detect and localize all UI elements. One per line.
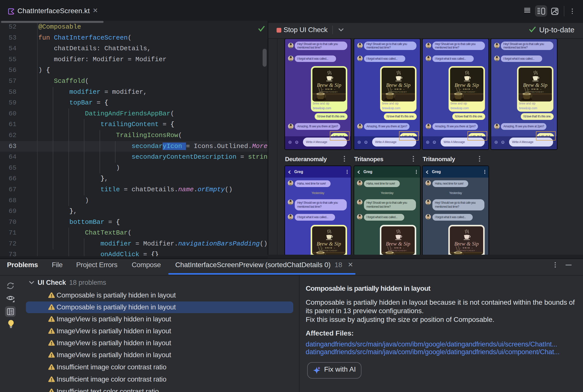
svg-text:– ONID –: – ONID – — [322, 247, 336, 249]
svg-text:· COFFEETCHSIDY ·: · COFFEETCHSIDY · — [456, 250, 477, 252]
svg-text:· COFFEETCHSIDY ·: · COFFEETCHSIDY · — [525, 91, 545, 93]
svg-text:· COFFEETCHSIDY ·: · COFFEETCHSIDY · — [457, 91, 477, 93]
svg-text:· COFFEETCHSIDY ·: · COFFEETCHSIDY · — [388, 91, 409, 93]
svg-text:– ONID –: – ONID – — [322, 88, 336, 90]
svg-text:– ONID –: – ONID – — [391, 247, 405, 249]
svg-text:· COFFEETCHSIDY ·: · COFFEETCHSIDY · — [319, 250, 339, 252]
svg-text:– ONID –: – ONID – — [528, 88, 542, 90]
svg-text:– ONID –: – ONID – — [460, 247, 473, 249]
svg-text:– ONID –: – ONID – — [460, 88, 474, 90]
svg-text:– ONID –: – ONID – — [392, 88, 405, 90]
svg-text:· COFFEETCHSIDY ·: · COFFEETCHSIDY · — [388, 250, 408, 252]
svg-text:· COFFEETCHSIDY ·: · COFFEETCHSIDY · — [319, 91, 339, 93]
